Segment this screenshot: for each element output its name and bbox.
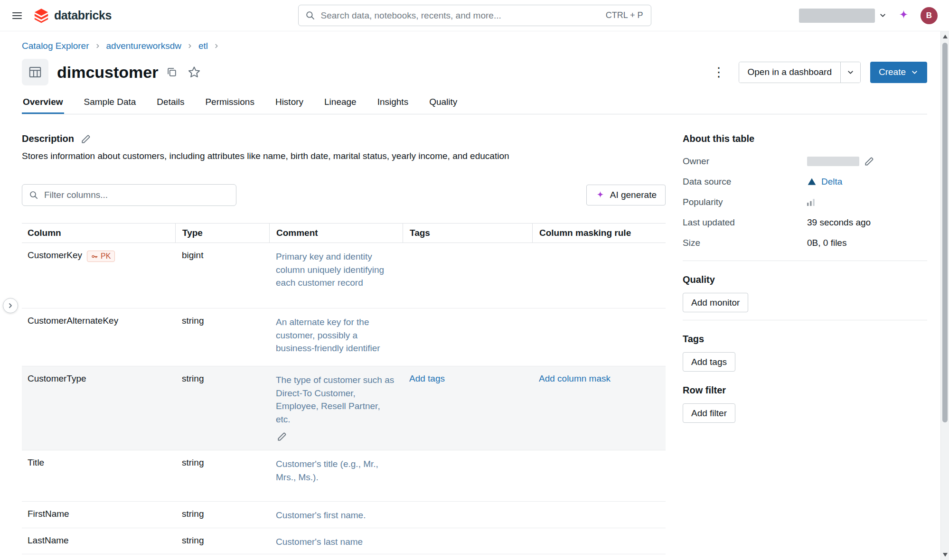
ai-generate-button[interactable]: AI generate	[586, 185, 666, 205]
chevron-right-icon	[213, 43, 220, 49]
column-name: CustomerAlternateKey	[28, 316, 118, 326]
pk-badge-label: PK	[101, 252, 111, 261]
column-header-comment: Comment	[269, 224, 403, 243]
tab-quality[interactable]: Quality	[428, 95, 458, 114]
table-row: FirstName string Customer's first name.	[22, 502, 666, 528]
tab-sample-data[interactable]: Sample Data	[83, 95, 137, 114]
delta-icon	[807, 177, 817, 187]
chevron-right-icon	[187, 43, 193, 49]
tab-history[interactable]: History	[274, 95, 304, 114]
open-in-dashboard-caret[interactable]	[840, 62, 860, 83]
favorite-star-icon[interactable]	[188, 66, 200, 78]
column-header-column: Column	[22, 224, 175, 243]
breadcrumb: Catalog Explorer adventureworksdw etl	[22, 41, 927, 51]
chevron-right-icon	[7, 302, 14, 309]
owner-label: Owner	[683, 156, 807, 167]
page-title: dimcustomer	[57, 63, 159, 82]
logo-wordmark: databricks	[54, 9, 112, 22]
filter-columns-box[interactable]	[22, 184, 236, 206]
more-actions-kebab-icon[interactable]: ⋮	[709, 64, 729, 81]
add-tags-link[interactable]: Add tags	[409, 373, 445, 383]
column-comment: An alternate key for the customer, possi…	[276, 316, 396, 355]
scrollbar-thumb[interactable]	[942, 43, 948, 422]
assistant-sparkle-icon[interactable]	[897, 9, 910, 22]
key-icon	[91, 253, 98, 260]
add-monitor-button[interactable]: Add monitor	[683, 293, 748, 312]
open-in-dashboard-split-button: Open in a dashboard	[739, 62, 861, 83]
databricks-logo[interactable]: databricks	[33, 8, 112, 24]
edit-comment-pencil-icon[interactable]	[277, 431, 287, 444]
create-button-label: Create	[879, 67, 906, 77]
sparkle-icon	[595, 190, 605, 200]
catalog-explorer-page: databricks CTRL + P B Catalog Explorer a…	[0, 0, 949, 560]
user-avatar[interactable]: B	[921, 7, 938, 24]
chevron-down-icon	[911, 68, 919, 76]
tab-overview[interactable]: Overview	[22, 95, 64, 114]
breadcrumb-schema[interactable]: etl	[198, 41, 208, 51]
tab-insights[interactable]: Insights	[376, 95, 409, 114]
divider	[683, 261, 927, 261]
column-header-masking-rule: Column masking rule	[532, 224, 666, 243]
vertical-scrollbar[interactable]	[940, 31, 949, 560]
size-value: 0B, 0 files	[807, 238, 846, 248]
databricks-logo-icon	[33, 8, 49, 24]
column-comment: Primary key and identity column uniquely…	[276, 250, 396, 289]
add-tags-button[interactable]: Add tags	[683, 352, 735, 372]
tab-permissions[interactable]: Permissions	[204, 95, 255, 114]
filter-columns-input[interactable]	[38, 190, 236, 200]
breadcrumb-catalog-explorer[interactable]: Catalog Explorer	[22, 41, 89, 51]
create-button[interactable]: Create	[870, 62, 927, 83]
table-row: LastName string Customer's last name	[22, 528, 666, 555]
size-row: Size 0B, 0 files	[683, 233, 927, 253]
search-input[interactable]	[315, 10, 606, 21]
about-heading: About this table	[683, 133, 927, 144]
column-type: string	[175, 450, 269, 501]
global-search[interactable]: CTRL + P	[298, 5, 651, 26]
last-updated-value: 39 seconds ago	[807, 217, 871, 228]
open-in-dashboard-button[interactable]: Open in a dashboard	[739, 62, 840, 83]
data-source-row: Data source Delta	[683, 171, 927, 192]
divider	[683, 320, 927, 320]
workspace-selector[interactable]	[799, 9, 887, 23]
popularity-row: Popularity	[683, 192, 927, 212]
column-name: LastName	[28, 535, 69, 546]
table-row: CustomerType string The type of customer…	[22, 366, 666, 450]
add-column-mask-link[interactable]: Add column mask	[539, 373, 611, 383]
column-type: string	[175, 366, 269, 450]
last-updated-label: Last updated	[683, 217, 807, 228]
column-comment: Customer's first name.	[276, 509, 396, 522]
tab-lineage[interactable]: Lineage	[323, 95, 357, 114]
chevron-down-icon	[846, 68, 855, 76]
column-name: Title	[28, 457, 44, 468]
hamburger-menu-icon[interactable]	[11, 10, 23, 21]
expand-sidebar-button[interactable]	[3, 298, 18, 313]
column-name: FirstName	[28, 509, 69, 519]
column-header-type: Type	[175, 224, 269, 243]
table-row: CustomerAlternateKey string An alternate…	[22, 308, 666, 366]
column-type: string	[175, 308, 269, 366]
owner-value-redacted	[807, 157, 859, 166]
scrollbar-up-arrow[interactable]	[941, 32, 949, 41]
workspace-name-redacted	[799, 9, 875, 23]
scrollbar-down-arrow[interactable]	[941, 551, 949, 559]
column-header-tags: Tags	[403, 224, 532, 243]
add-filter-button[interactable]: Add filter	[683, 403, 735, 423]
data-source-link[interactable]: Delta	[821, 177, 842, 187]
data-source-label: Data source	[683, 177, 807, 187]
copy-icon[interactable]	[166, 66, 178, 78]
column-name: CustomerKey	[28, 250, 82, 261]
size-label: Size	[683, 238, 807, 248]
column-type: string	[175, 554, 269, 560]
popularity-label: Popularity	[683, 197, 807, 207]
breadcrumb-catalog[interactable]: adventureworksdw	[106, 41, 181, 51]
table-row: CustomerKey PK bigint Primary key and id…	[22, 243, 666, 308]
edit-description-pencil-icon[interactable]	[81, 134, 91, 144]
table-row: MiddleName string Customer's middle name	[22, 554, 666, 560]
column-name: CustomerType	[28, 373, 86, 384]
edit-owner-pencil-icon[interactable]	[864, 156, 874, 167]
columns-table: Column Type Comment Tags Column masking …	[22, 223, 666, 560]
popularity-bars-icon	[807, 198, 816, 206]
description-text: Stores information about customers, incl…	[22, 151, 666, 161]
tab-details[interactable]: Details	[156, 95, 185, 114]
about-panel: About this table Owner Data source	[683, 133, 927, 423]
